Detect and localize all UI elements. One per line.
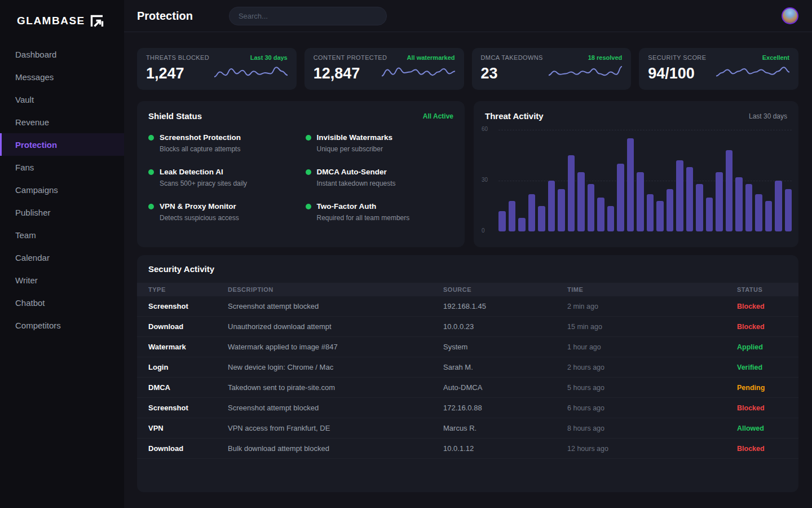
shield-item: Leak Detection AIScans 500+ piracy sites… (148, 168, 297, 187)
user-avatar[interactable] (782, 7, 798, 24)
bar (676, 160, 683, 231)
bar (667, 189, 674, 231)
shield-item-title: Two-Factor Auth (317, 202, 410, 211)
stat-card-3: DMCA TAKEDOWNS18 resolved23 (472, 48, 632, 90)
shield-item-desc: Instant takedown requests (317, 179, 396, 187)
shield-item: Screenshot ProtectionBlocks all capture … (148, 133, 297, 153)
active-status-dot-icon (306, 169, 311, 175)
bar (568, 155, 575, 231)
cell-source: 10.0.0.23 (443, 322, 567, 331)
stat-badge: Excellent (762, 54, 789, 61)
cell-source: 10.0.1.12 (443, 444, 567, 453)
stat-label: CONTENT PROTECTED (314, 54, 387, 61)
cell-description: VPN access from Frankfurt, DE (228, 424, 443, 432)
main-area: Protection THREATS BLOCKEDLast 30 days1,… (124, 0, 812, 508)
table-row: LoginNew device login: Chrome / MacSarah… (137, 357, 798, 378)
sidebar: GLAMBASE DashboardMessagesVaultRevenuePr… (0, 0, 124, 508)
status-badge: Blocked (737, 445, 787, 453)
sidebar-item-revenue[interactable]: Revenue (0, 111, 124, 133)
cell-type: Screenshot (148, 404, 228, 412)
cell-time: 8 hours ago (567, 424, 737, 432)
shield-item: Two-Factor AuthRequired for all team mem… (306, 202, 454, 222)
stat-value: 94/100 (648, 65, 695, 82)
cell-description: Unauthorized download attempt (228, 322, 443, 331)
sidebar-item-writer[interactable]: Writer (0, 269, 124, 291)
topbar: Protection (124, 0, 812, 32)
bar (518, 218, 526, 231)
bar (755, 194, 762, 231)
sidebar-item-protection[interactable]: Protection (0, 133, 124, 156)
bar (548, 181, 555, 231)
shield-item-desc: Scans 500+ piracy sites daily (160, 179, 247, 187)
bar (686, 167, 694, 231)
threat-activity-title: Threat Activity (485, 111, 544, 121)
active-status-dot-icon (306, 135, 311, 141)
stat-card-1: THREATS BLOCKEDLast 30 days1,247 (137, 48, 297, 90)
bar (577, 172, 585, 231)
bar (765, 201, 773, 231)
sidebar-item-vault[interactable]: Vault (0, 88, 124, 111)
stat-label: DMCA TAKEDOWNS (481, 54, 543, 61)
stat-value: 23 (481, 65, 498, 82)
brand-name: GLAMBASE (17, 15, 85, 27)
table-row: DownloadBulk download attempt blocked10.… (137, 439, 798, 459)
sidebar-item-publisher[interactable]: Publisher (0, 201, 124, 224)
bar (716, 172, 723, 231)
bar (656, 201, 664, 231)
table-row: ScreenshotScreenshot attempt blocked172.… (137, 398, 798, 418)
bar (647, 194, 654, 231)
stat-cards-row: THREATS BLOCKEDLast 30 days1,247CONTENT … (137, 48, 798, 90)
active-status-dot-icon (148, 135, 154, 141)
sidebar-item-chatbot[interactable]: Chatbot (0, 291, 124, 314)
bar (627, 138, 634, 231)
sidebar-item-dashboard[interactable]: Dashboard (0, 43, 124, 65)
cell-type: VPN (148, 424, 228, 432)
cell-source: Sarah M. (443, 363, 567, 371)
stat-card-2: CONTENT PROTECTEDAll watermarked12,847 (304, 48, 464, 90)
bar (597, 198, 604, 231)
stat-label: THREATS BLOCKED (146, 54, 209, 61)
bar (607, 206, 615, 231)
status-badge: Blocked (737, 303, 787, 310)
table-row: VPNVPN access from Frankfurt, DEMarcus R… (137, 418, 798, 439)
shield-item: DMCA Auto-SenderInstant takedown request… (306, 168, 454, 187)
status-badge: Verified (737, 364, 787, 371)
table-row: DownloadUnauthorized download attempt10.… (137, 317, 798, 337)
table-row: WatermarkWatermark applied to image #847… (137, 337, 798, 357)
bar (745, 184, 753, 231)
stat-badge: All watermarked (407, 54, 455, 61)
status-badge: Pending (737, 384, 787, 392)
shield-item-title: Invisible Watermarks (317, 133, 393, 142)
bar (617, 164, 624, 231)
cell-type: Screenshot (148, 302, 228, 310)
cell-description: Bulk download attempt blocked (228, 444, 443, 453)
cell-time: 15 min ago (567, 323, 737, 331)
bar (726, 150, 733, 231)
cell-time: 2 min ago (567, 303, 737, 310)
cell-type: Download (148, 322, 228, 331)
cell-description: New device login: Chrome / Mac (228, 363, 443, 371)
bar (706, 198, 713, 231)
status-badge: Allowed (737, 424, 787, 432)
sidebar-item-competitors[interactable]: Competitors (0, 314, 124, 336)
shield-item-title: Leak Detection AI (160, 168, 247, 176)
sidebar-item-team[interactable]: Team (0, 224, 124, 246)
cell-source: Marcus R. (443, 424, 567, 432)
brand-g-arrow-icon (90, 14, 104, 28)
sidebar-item-campaigns[interactable]: Campaigns (0, 178, 124, 201)
cell-description: Screenshot attempt blocked (228, 404, 443, 412)
stat-badge: Last 30 days (250, 54, 288, 61)
shield-grid: Screenshot ProtectionBlocks all capture … (148, 133, 453, 222)
sidebar-item-messages[interactable]: Messages (0, 65, 124, 88)
active-status-dot-icon (148, 169, 154, 175)
column-header: DESCRIPTION (228, 286, 443, 293)
column-header: SOURCE (443, 286, 567, 293)
sidebar-item-calendar[interactable]: Calendar (0, 246, 124, 269)
sparkline-icon (549, 63, 622, 82)
search-input[interactable] (229, 7, 387, 25)
bar (538, 206, 545, 231)
shield-item-title: DMCA Auto-Sender (317, 168, 396, 176)
sidebar-item-fans[interactable]: Fans (0, 156, 124, 178)
cell-description: Watermark applied to image #847 (228, 343, 443, 351)
sparkline-icon (214, 63, 288, 82)
